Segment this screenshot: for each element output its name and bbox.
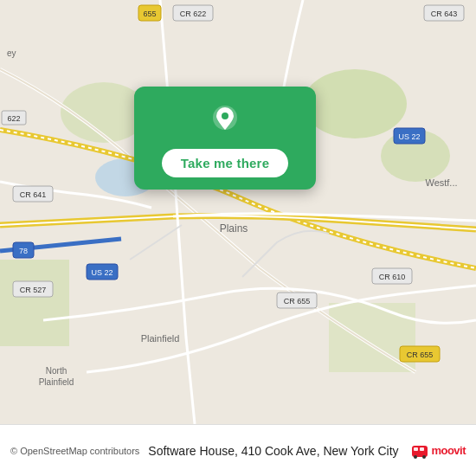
svg-text:78: 78	[19, 247, 28, 255]
svg-text:Plainfield: Plainfield	[141, 333, 180, 344]
map-container: CR 622 CR 643 655 US 22 CR 641 78 CR 527…	[0, 0, 476, 424]
svg-rect-43	[414, 447, 418, 451]
svg-text:US 22: US 22	[91, 268, 113, 277]
svg-text:CR 655: CR 655	[407, 351, 434, 359]
svg-text:622: 622	[7, 114, 20, 123]
svg-rect-44	[420, 447, 424, 451]
location-pin-icon	[206, 102, 244, 140]
moovit-text: moovit	[431, 444, 466, 457]
popup-card: Take me there	[134, 87, 316, 190]
svg-rect-42	[412, 446, 428, 457]
svg-text:North: North	[46, 366, 67, 376]
take-me-there-button[interactable]: Take me there	[162, 149, 288, 177]
svg-text:CR 610: CR 610	[379, 273, 406, 281]
bottom-bar: © OpenStreetMap contributors Software Ho…	[0, 424, 476, 476]
svg-rect-3	[0, 260, 69, 346]
svg-point-46	[422, 455, 426, 459]
moovit-logo: moovit	[410, 441, 466, 460]
copyright-text: © OpenStreetMap contributors	[10, 446, 139, 456]
svg-text:US 22: US 22	[398, 132, 420, 141]
svg-text:CR 527: CR 527	[20, 286, 47, 294]
svg-text:CR 622: CR 622	[180, 10, 207, 18]
moovit-logo-icon	[410, 441, 429, 460]
svg-text:Plainfield: Plainfield	[39, 377, 74, 387]
svg-text:Westf...: Westf...	[425, 177, 457, 188]
svg-text:Plains: Plains	[220, 222, 248, 235]
svg-point-45	[414, 455, 417, 459]
address-text: Software House, 410 Cook Ave, New York C…	[148, 444, 398, 458]
svg-text:ey: ey	[7, 48, 16, 58]
svg-text:CR 655: CR 655	[284, 297, 311, 306]
svg-text:CR 643: CR 643	[431, 10, 458, 18]
svg-point-41	[222, 113, 228, 119]
svg-text:655: 655	[143, 10, 156, 18]
svg-point-1	[303, 69, 407, 138]
svg-text:CR 641: CR 641	[20, 190, 47, 199]
